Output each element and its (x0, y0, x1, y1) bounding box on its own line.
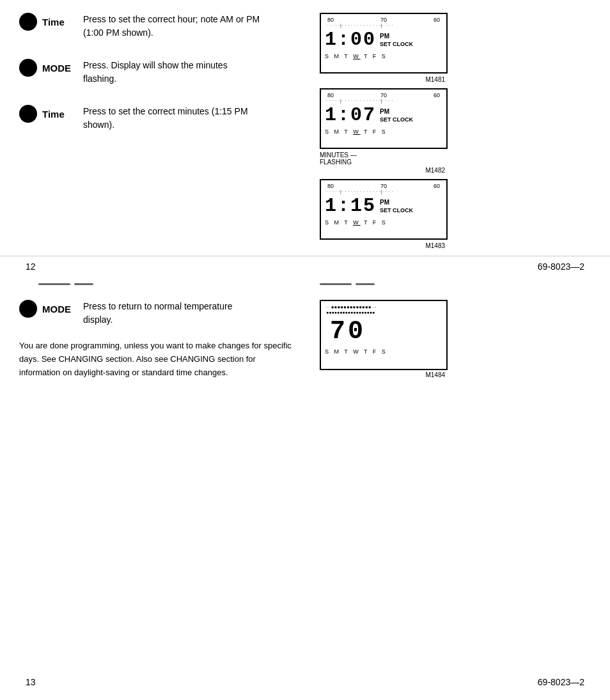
page1-number: 12 (26, 261, 36, 272)
instruction-time1: Time Press to set the correct hour; note… (19, 13, 294, 40)
display4-days: S M T W T F S (325, 348, 442, 355)
display2-ticks: · · · · ·|· · · · · · · · · · · · ·|· · … (325, 98, 442, 103)
top-section: Time Press to set the correct hour; note… (0, 0, 610, 256)
time2-circle-icon (19, 105, 37, 123)
display4-digits: 70 (330, 319, 366, 345)
display1-pm: PM (380, 33, 413, 40)
bottom-left-col: MODE Press to return to normal temperatu… (0, 293, 307, 671)
mode2-label: MODE (42, 304, 71, 315)
mode1-text: Press. Display will show the minutesflas… (83, 59, 228, 86)
display1-digits: 1:00 (325, 29, 376, 51)
time2-text: Press to set the correct minutes (1:15 P… (83, 105, 248, 132)
mode2-text: Press to return to normal temperaturedis… (83, 300, 232, 327)
time1-text: Press to set the correct hour; note AM o… (83, 13, 260, 40)
page-container: Time Press to set the correct hour; note… (0, 0, 610, 700)
display2-scale-right: 60 (434, 92, 440, 98)
display3-main: 1:15 PM SET CLOCK (325, 195, 442, 217)
display4-inner: · · ●●●●●●●●●●●●● · · ●●●●●●●●●●●●●●●●●●… (321, 301, 446, 369)
display3-inner: 80 70 60 · · · · ·|· · · · · · · · · · ·… (321, 180, 446, 238)
display2-main: 1:07 PM SET CLOCK (325, 104, 442, 126)
bottom-content: MODE Press to return to normal temperatu… (0, 293, 610, 671)
instruction-time2: Time Press to set the correct minutes (1… (19, 105, 294, 132)
display2-scale-mid: 70 (380, 92, 387, 98)
mode1-circle-icon (19, 59, 37, 77)
display1-days: S M T W T F S (325, 53, 442, 59)
time1-circle-icon (19, 13, 37, 31)
display3-days: S M T W T F S (325, 219, 442, 226)
time2-label: Time (42, 109, 65, 120)
left-instructions: Time Press to set the correct hour; note… (0, 13, 307, 249)
mode1-label: MODE (42, 63, 71, 74)
display2-pm: PM (380, 108, 413, 115)
display1-label: M1481 (320, 76, 448, 83)
page2-footer: 13 69-8023—2 (0, 671, 610, 694)
display1-lcd: 80 70 60 · · · · ·|· · · · · · · · · · ·… (320, 13, 448, 74)
display3-label: M1483 (320, 242, 448, 249)
display4-ticks: · · ●●●●●●●●●●●●● · · (325, 304, 442, 310)
display2-inner: 80 70 60 · · · · ·|· · · · · · · · · · ·… (321, 89, 446, 148)
time1-button-label: Time (19, 13, 83, 31)
display3-lcd: 80 70 60 · · · · ·|· · · · · · · · · · ·… (320, 179, 448, 240)
display1-scale-mid: 70 (380, 17, 387, 23)
display3-scale-mid: 70 (380, 183, 387, 189)
display1-scale-right: 60 (434, 17, 440, 23)
display1-scale-left: 80 (327, 17, 334, 23)
display1-inner: 80 70 60 · · · · ·|· · · · · · · · · · ·… (321, 14, 446, 72)
body-text: You are done programming, unless you wan… (19, 339, 294, 379)
divider-left (38, 283, 93, 285)
display2-lcd: 80 70 60 · · · · ·|· · · · · · · · · · ·… (320, 88, 448, 149)
display4-display-area: 70 (325, 319, 442, 345)
display2-scale-left: 80 (327, 92, 334, 98)
page1-footer: 12 69-8023—2 (0, 256, 610, 277)
instruction-mode1: MODE Press. Display will show the minute… (19, 59, 294, 86)
display1-wrapper: 80 70 60 · · · · ·|· · · · · · · · · · ·… (320, 13, 448, 83)
divider-row (0, 277, 610, 287)
display2-label: M1482 (320, 167, 448, 174)
bottom-right-col: · · ●●●●●●●●●●●●● · · ●●●●●●●●●●●●●●●●●●… (307, 293, 610, 671)
display1-setclock: SET CLOCK (380, 41, 413, 47)
display3-pm: PM (380, 199, 413, 206)
display4-wrapper: · · ●●●●●●●●●●●●● · · ●●●●●●●●●●●●●●●●●●… (320, 300, 448, 378)
display3-wrapper: 80 70 60 · · · · ·|· · · · · · · · · · ·… (320, 179, 448, 249)
display3-scale-right: 60 (434, 183, 440, 189)
display2-minutes-label: MINUTES — (320, 152, 448, 159)
mode2-circle-icon (19, 300, 37, 318)
display2-wrapper: 80 70 60 · · · · ·|· · · · · · · · · · ·… (320, 88, 448, 174)
instruction-mode2: MODE Press to return to normal temperatu… (19, 300, 294, 327)
page2-doc: 69-8023—2 (538, 677, 584, 687)
bottom-section: MODE Press to return to normal temperatu… (0, 287, 610, 700)
display4-label: M1484 (320, 371, 448, 378)
display2-days: S M T W T F S (325, 128, 442, 135)
display2-flashing-label: FLASHING (320, 159, 448, 166)
display3-setclock: SET CLOCK (380, 207, 413, 214)
display3-digits: 1:15 (325, 195, 376, 217)
mode2-button-label: MODE (19, 300, 83, 318)
display2-setclock: SET CLOCK (380, 116, 413, 123)
time1-label: Time (42, 17, 65, 27)
display3-ticks: · · · · ·|· · · · · · · · · · · · ·|· · … (325, 189, 442, 194)
display3-scale-left: 80 (327, 183, 334, 189)
mode1-button-label: MODE (19, 59, 83, 77)
divider-right (320, 283, 375, 285)
display1-main: 1:00 PM SET CLOCK (325, 29, 442, 51)
page1-doc: 69-8023—2 (538, 261, 584, 272)
display1-ticks: · · · · ·|· · · · · · · · · · · · ·|· · … (325, 23, 442, 27)
right-displays: 80 70 60 · · · · ·|· · · · · · · · · · ·… (307, 13, 610, 249)
display4-dot-row: ●●●●●●●●●●●●●●●●●● (325, 310, 442, 315)
display2-digits: 1:07 (325, 104, 376, 126)
time2-button-label: Time (19, 105, 83, 123)
display4-lcd: · · ●●●●●●●●●●●●● · · ●●●●●●●●●●●●●●●●●●… (320, 300, 448, 370)
page2-number: 13 (26, 677, 36, 687)
